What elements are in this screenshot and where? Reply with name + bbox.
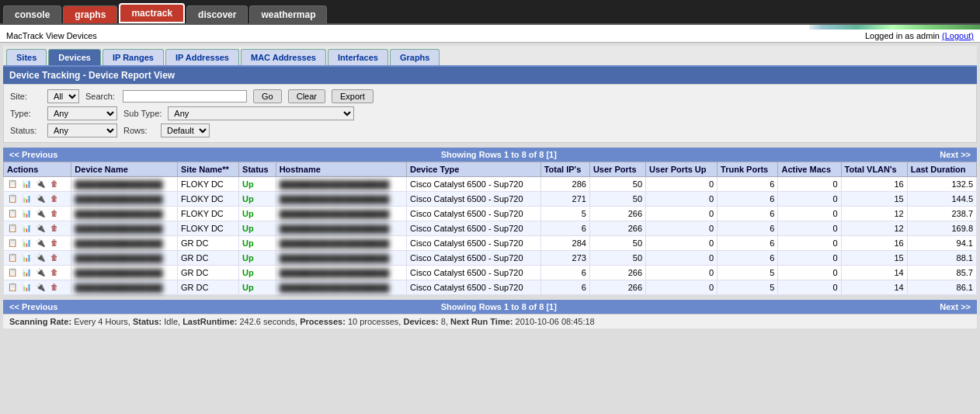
actions-cell: 📋 📊 🔌 🗑 (4, 280, 71, 295)
edit-icon[interactable]: 📋 (7, 238, 18, 249)
site-select[interactable]: All (47, 89, 79, 103)
col-total-vlans[interactable]: Total VLAN's (841, 162, 907, 177)
table-body: 📋 📊 🔌 🗑 ████████████████FLOKY DCUp██████… (4, 177, 977, 295)
tab-mac-addresses[interactable]: MAC Addresses (241, 49, 326, 65)
showing-text-top: Showing Rows 1 to 8 of 8 [1] (441, 150, 557, 159)
edit-icon[interactable]: 📋 (7, 282, 18, 293)
table-row: 📋 📊 🔌 🗑 ████████████████FLOKY DCUp██████… (4, 177, 977, 192)
prev-link-top[interactable]: << Previous (9, 150, 57, 159)
col-actions: Actions (4, 162, 71, 177)
subtype-label: Sub Type: (123, 109, 162, 118)
nav-tab-mactrack[interactable]: mactrack (119, 3, 185, 23)
graph-icon[interactable]: 📊 (21, 179, 32, 190)
user-ports-up-cell: 0 (646, 266, 718, 280)
edit-icon[interactable]: 📋 (7, 208, 18, 219)
tab-ip-addresses[interactable]: IP Addresses (165, 49, 239, 65)
col-trunk-ports[interactable]: Trunk Ports (718, 162, 778, 177)
hostname-cell: ████████████████████ (276, 192, 406, 207)
interfaces-icon[interactable]: 🔌 (35, 208, 46, 219)
delete-icon[interactable]: 🗑 (49, 179, 60, 190)
trunk-ports-cell: 6 (718, 192, 778, 207)
interfaces-icon[interactable]: 🔌 (35, 252, 46, 263)
col-user-ports-up[interactable]: User Ports Up (646, 162, 718, 177)
status-select[interactable]: Any (47, 124, 117, 137)
graph-icon[interactable]: 📊 (21, 282, 32, 293)
active-macs-cell: 0 (778, 251, 841, 266)
hostname-cell: ████████████████████ (276, 266, 406, 280)
delete-icon[interactable]: 🗑 (49, 238, 60, 249)
tab-devices[interactable]: Devices (48, 49, 101, 65)
last-duration-cell: 94.1 (907, 236, 976, 251)
col-total-ips[interactable]: Total IP's (540, 162, 589, 177)
logout-link[interactable]: (Logout) (942, 31, 974, 40)
col-device-type[interactable]: Device Type (407, 162, 541, 177)
table-row: 📋 📊 🔌 🗑 ████████████████GR DCUp█████████… (4, 251, 977, 266)
edit-icon[interactable]: 📋 (7, 223, 18, 234)
tab-ip-ranges[interactable]: IP Ranges (103, 49, 164, 65)
subtype-select[interactable]: Any (168, 106, 354, 120)
site-cell: GR DC (178, 251, 239, 266)
active-macs-cell: 0 (778, 266, 841, 280)
col-status[interactable]: Status (239, 162, 276, 177)
device-type-cell: Cisco Catalyst 6500 - Sup720 (407, 192, 541, 207)
col-last-duration[interactable]: Last Duration (907, 162, 976, 177)
graph-icon[interactable]: 📊 (21, 238, 32, 249)
interfaces-icon[interactable]: 🔌 (35, 267, 46, 278)
interfaces-icon[interactable]: 🔌 (35, 179, 46, 190)
interfaces-icon[interactable]: 🔌 (35, 282, 46, 293)
export-button[interactable]: Export (332, 89, 374, 103)
nav-tab-discover[interactable]: discover (186, 5, 248, 23)
delete-icon[interactable]: 🗑 (49, 208, 60, 219)
next-link-bottom[interactable]: Next >> (940, 302, 971, 311)
interfaces-icon[interactable]: 🔌 (35, 238, 46, 249)
next-link-top[interactable]: Next >> (940, 150, 971, 159)
clear-button[interactable]: Clear (288, 89, 325, 103)
tab-graphs[interactable]: Graphs (390, 49, 440, 65)
section-header: Device Tracking - Device Report View (3, 67, 977, 84)
hostname-cell: ████████████████████ (276, 251, 406, 266)
graph-icon[interactable]: 📊 (21, 267, 32, 278)
nav-tab-console[interactable]: console (3, 5, 61, 23)
delete-icon[interactable]: 🗑 (49, 267, 60, 278)
search-input[interactable] (123, 90, 247, 103)
edit-icon[interactable]: 📋 (7, 252, 18, 263)
user-ports-cell: 50 (589, 177, 645, 192)
interfaces-icon[interactable]: 🔌 (35, 193, 46, 204)
actions-cell: 📋 📊 🔌 🗑 (4, 177, 71, 192)
col-site-name[interactable]: Site Name** (178, 162, 239, 177)
last-duration-cell: 169.8 (907, 221, 976, 236)
graph-icon[interactable]: 📊 (21, 223, 32, 234)
go-button[interactable]: Go (253, 89, 282, 103)
interfaces-icon[interactable]: 🔌 (35, 223, 46, 234)
edit-icon[interactable]: 📋 (7, 193, 18, 204)
hostname-cell: ████████████████████ (276, 207, 406, 221)
status-label: Status: (10, 126, 41, 135)
rows-select[interactable]: Default (161, 124, 210, 137)
nav-tab-weathermap[interactable]: weathermap (249, 5, 327, 23)
site-cell: FLOKY DC (178, 192, 239, 207)
delete-icon[interactable]: 🗑 (49, 282, 60, 293)
col-active-macs[interactable]: Active Macs (778, 162, 841, 177)
col-user-ports[interactable]: User Ports (589, 162, 645, 177)
nav-tab-graphs[interactable]: graphs (63, 5, 117, 23)
graph-icon[interactable]: 📊 (21, 208, 32, 219)
showing-text-bottom: Showing Rows 1 to 8 of 8 [1] (441, 302, 557, 311)
prev-link-bottom[interactable]: << Previous (9, 302, 57, 311)
delete-icon[interactable]: 🗑 (49, 223, 60, 234)
edit-icon[interactable]: 📋 (7, 267, 18, 278)
type-select[interactable]: Any (47, 106, 117, 120)
col-hostname[interactable]: Hostname (276, 162, 406, 177)
graph-icon[interactable]: 📊 (21, 193, 32, 204)
delete-icon[interactable]: 🗑 (49, 252, 60, 263)
graph-icon[interactable]: 📊 (21, 252, 32, 263)
trunk-ports-cell: 6 (718, 251, 778, 266)
total-ips-cell: 6 (540, 221, 589, 236)
tab-sites[interactable]: Sites (6, 49, 47, 65)
edit-icon[interactable]: 📋 (7, 179, 18, 190)
col-device-name[interactable]: Device Name (71, 162, 178, 177)
delete-icon[interactable]: 🗑 (49, 193, 60, 204)
tab-interfaces[interactable]: Interfaces (328, 49, 388, 65)
hostname-cell: ████████████████████ (276, 177, 406, 192)
hostname-cell: ████████████████████ (276, 236, 406, 251)
pagination-top: << Previous Showing Rows 1 to 8 of 8 [1]… (3, 148, 977, 162)
